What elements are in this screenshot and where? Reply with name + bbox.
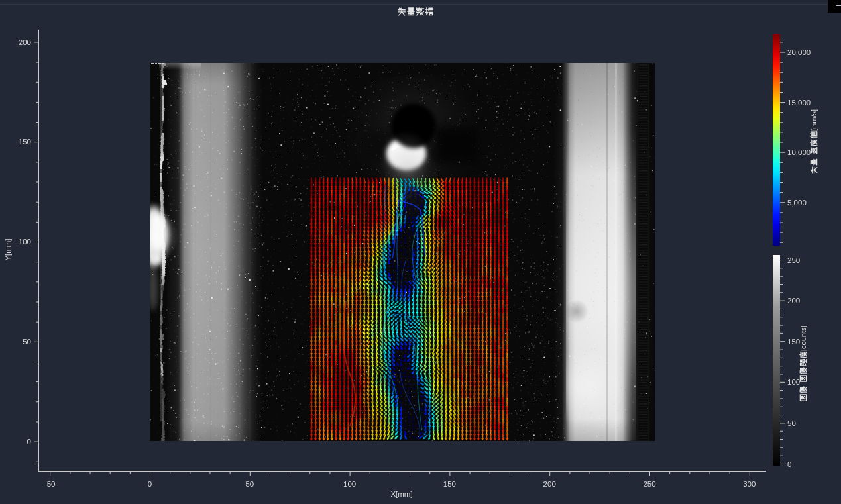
svg-text:50: 50: [245, 480, 254, 488]
svg-text:200: 200: [543, 480, 556, 488]
svg-text:100: 100: [787, 378, 800, 386]
svg-text:15,000: 15,000: [787, 99, 811, 107]
svg-text:0: 0: [787, 460, 791, 468]
svg-text:100: 100: [19, 238, 31, 246]
svg-text:X[mm]: X[mm]: [390, 490, 412, 498]
svg-text:0: 0: [27, 438, 31, 446]
svg-text:Y[mm]: Y[mm]: [4, 238, 12, 260]
svg-text:250: 250: [643, 480, 655, 488]
svg-text:5,000: 5,000: [787, 199, 807, 207]
svg-text:20,000: 20,000: [787, 48, 811, 56]
svg-text:50: 50: [23, 338, 31, 346]
svg-text:10,000: 10,000: [787, 148, 811, 156]
svg-text:-50: -50: [44, 480, 56, 488]
svg-text:250: 250: [787, 256, 800, 264]
svg-text:0: 0: [148, 480, 152, 488]
svg-text:300: 300: [743, 480, 756, 488]
svg-text:150: 150: [19, 138, 31, 146]
svg-text:[mm/s]: [mm/s]: [810, 109, 818, 131]
svg-text:200: 200: [19, 38, 31, 46]
svg-text:100: 100: [343, 480, 356, 488]
svg-text:150: 150: [787, 338, 800, 346]
svg-text:[counts]: [counts]: [799, 325, 807, 351]
svg-text:150: 150: [443, 480, 456, 488]
svg-text:200: 200: [787, 297, 800, 305]
svg-text:50: 50: [787, 419, 796, 427]
